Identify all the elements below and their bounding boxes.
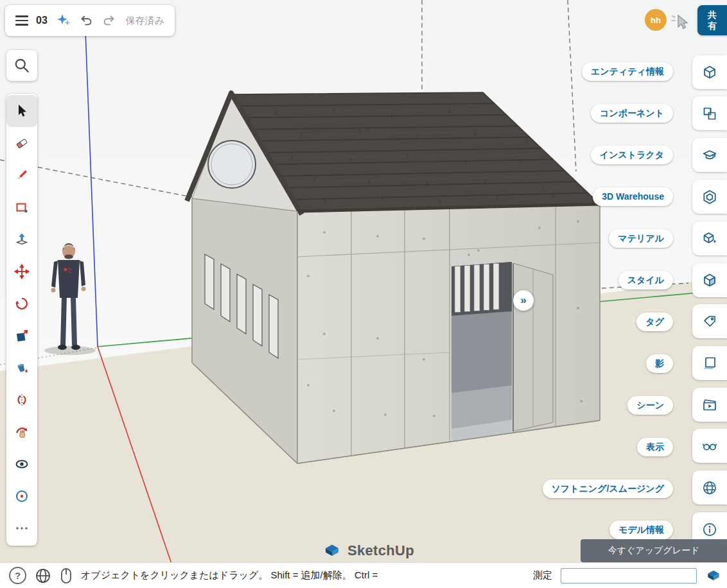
panel-button-shadows[interactable] (692, 346, 727, 380)
sketchup-logo-icon (322, 541, 342, 560)
expand-panel-button[interactable]: » (513, 290, 534, 311)
rectangle-icon (14, 200, 30, 215)
orbit-hand-icon (14, 424, 30, 440)
shadows-icon (701, 355, 718, 372)
ellipsis-icon (14, 521, 30, 536)
tool-palette (6, 94, 37, 546)
door-leaf[interactable] (513, 263, 553, 431)
more-tools[interactable] (6, 512, 37, 544)
rotate-icon (14, 296, 30, 311)
instructor-icon (701, 147, 718, 164)
panel-button-soften-smooth[interactable] (692, 471, 727, 505)
measurement-label: 測定 (533, 569, 552, 582)
panel-label-materials[interactable]: マテリアル (609, 229, 673, 248)
panel-label-3d-warehouse[interactable]: 3D Warehouse (593, 187, 673, 206)
components-icon (701, 105, 718, 122)
panel-label-entity-info[interactable]: エンティティ情報 (582, 62, 673, 81)
panel-label-display[interactable]: 表示 (637, 438, 673, 456)
saved-status: 保存済み (126, 15, 164, 27)
panel-button-display[interactable] (692, 429, 727, 463)
panel-button-tags[interactable] (692, 304, 727, 338)
rotate-tool[interactable] (6, 288, 37, 320)
sketchup-mini-logo-icon (705, 567, 722, 584)
collaborator-cursor-icon (670, 12, 691, 32)
eraser-icon (14, 135, 30, 151)
panel-label-scenes[interactable]: シーン (627, 396, 673, 415)
panel-label-tags[interactable]: タグ (636, 313, 673, 331)
circle-icon (14, 489, 30, 504)
panel-label-components[interactable]: コンポーネント (591, 104, 673, 123)
house-model[interactable] (187, 92, 600, 463)
panel-label-instructor[interactable]: インストラクタ (591, 146, 673, 164)
panel-button-instructor[interactable] (692, 138, 727, 172)
status-bar: ? オブジェクトをクリックまたはドラッグ。 Shift = 追加/解除。 Ctr… (0, 562, 727, 588)
panel-button-entity-info[interactable] (692, 55, 727, 89)
search-icon (13, 57, 30, 74)
eraser-tool[interactable] (6, 127, 37, 159)
display-icon (701, 438, 718, 454)
avatar[interactable]: hh (645, 9, 667, 31)
paint-bucket-icon (14, 360, 30, 376)
help-button[interactable]: ? (9, 567, 26, 584)
panel-label-soften-smooth[interactable]: ソフトニング/スムージング (543, 480, 674, 498)
paint-bucket-tool[interactable] (6, 352, 37, 384)
document-title[interactable]: 03 (36, 15, 48, 26)
mouse-hint-icon (60, 567, 73, 584)
push-pull-tool[interactable] (6, 223, 37, 255)
round-window (208, 141, 256, 188)
doorway (451, 262, 512, 442)
undo-icon[interactable] (80, 13, 94, 28)
model-info-icon (701, 521, 718, 538)
watermark-text: SketchUp (347, 542, 414, 559)
pencil-icon (14, 168, 30, 183)
status-hint: オブジェクトをクリックまたはドラッグ。 Shift = 追加/解除。 Ctrl … (81, 569, 378, 582)
flip-icon (14, 392, 30, 408)
warehouse-icon (701, 189, 718, 205)
entity-info-icon (701, 64, 718, 81)
scenes-icon (701, 397, 718, 413)
search-tool-button[interactable] (6, 50, 37, 81)
look-around-tool[interactable] (6, 448, 37, 480)
sketchup-web-app: 03 保存済み (0, 0, 727, 588)
materials-icon (701, 230, 718, 247)
panel-button-components[interactable] (692, 96, 727, 130)
section-plane-icon (14, 328, 30, 343)
panel-label-shadows[interactable]: 影 (646, 354, 673, 373)
soften-smooth-icon (701, 480, 718, 496)
push-pull-icon (14, 232, 30, 247)
sparkle-icon[interactable] (55, 13, 72, 28)
document-toolbar: 03 保存済み (5, 5, 175, 36)
panel-button-materials[interactable] (692, 221, 727, 255)
share-label: 共有 (707, 10, 717, 31)
menu-icon[interactable] (15, 15, 28, 26)
shapes-tool[interactable] (6, 191, 37, 223)
orbit-tool[interactable] (6, 416, 37, 448)
panel-button-3d-warehouse[interactable] (692, 180, 727, 214)
panel-button-scenes[interactable] (692, 388, 727, 422)
viewport-3d[interactable] (0, 0, 727, 588)
panel-label-model-info[interactable]: モデル情報 (609, 521, 673, 539)
sketchup-watermark: SketchUp (322, 541, 414, 560)
globe-button[interactable] (35, 567, 51, 584)
select-tool[interactable] (6, 95, 37, 127)
redo-icon[interactable] (101, 13, 116, 28)
move-tool[interactable] (6, 255, 37, 288)
line-tool[interactable] (6, 159, 37, 191)
panel-label-styles[interactable]: スタイル (618, 271, 673, 290)
share-button[interactable]: 共有 (697, 5, 727, 35)
measurement-input[interactable] (561, 568, 697, 584)
eye-icon (14, 456, 30, 472)
select-cursor-icon (14, 103, 30, 119)
panel-button-styles[interactable] (692, 263, 727, 297)
section-plane-tool[interactable] (6, 320, 37, 352)
circle-tool[interactable] (6, 480, 37, 512)
move-icon (14, 264, 30, 279)
tags-icon (701, 313, 718, 330)
upgrade-button[interactable]: 今すぐアップグレード (581, 539, 727, 562)
flip-tool[interactable] (6, 384, 37, 416)
styles-icon (701, 272, 718, 289)
